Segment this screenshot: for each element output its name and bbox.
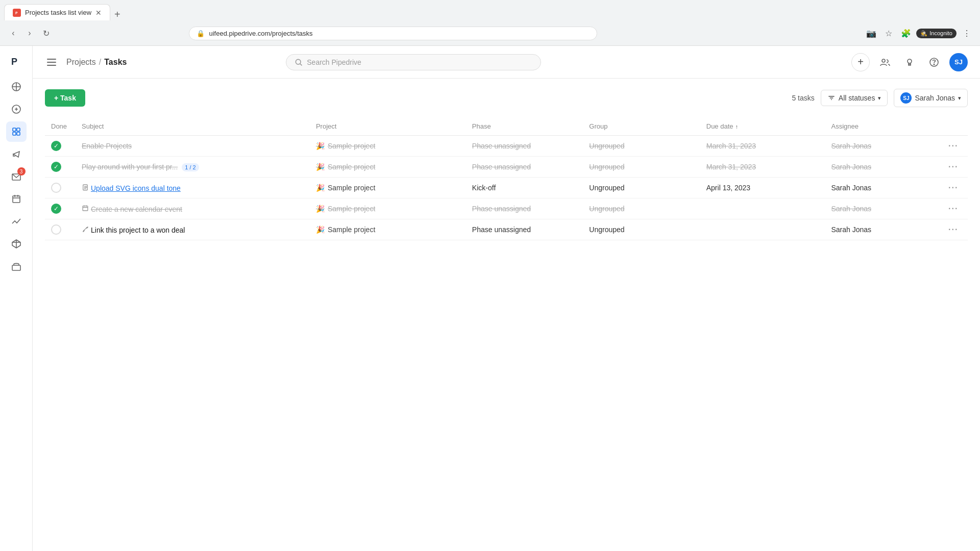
more-button-1[interactable]: ··· (948, 141, 958, 151)
sidebar-item-leads[interactable] (6, 77, 27, 97)
phase-text: Phase unassigned (472, 205, 531, 213)
sidebar: P 3 (0, 46, 33, 551)
th-group[interactable]: Group (583, 117, 700, 136)
done-checkbox-1[interactable]: ✓ (51, 141, 61, 151)
done-cell: ✓ (45, 157, 76, 178)
done-cell (45, 178, 76, 198)
help-icon[interactable] (925, 53, 943, 71)
project-name: Sample project (328, 205, 375, 213)
address-bar[interactable]: 🔒 (189, 27, 597, 40)
header-actions: + SJ (851, 53, 968, 71)
back-button[interactable]: ‹ (6, 26, 20, 40)
sidebar-item-projects[interactable] (6, 121, 27, 142)
done-checkbox-3[interactable] (51, 183, 61, 193)
done-checkbox-2[interactable]: ✓ (51, 162, 61, 172)
project-chip[interactable]: 🎉 Sample project (316, 184, 460, 192)
bookmark-icon[interactable]: ☆ (881, 26, 896, 40)
done-checkbox-4[interactable]: ✓ (51, 204, 61, 214)
svg-text:P: P (15, 11, 18, 15)
idea-icon[interactable] (900, 53, 919, 71)
extension-icon[interactable]: 🧩 (899, 26, 913, 40)
project-chip[interactable]: 🎉 Sample project (316, 205, 460, 213)
th-assignee[interactable]: Assignee (825, 117, 943, 136)
status-filter[interactable]: All statuses ▾ (821, 90, 888, 106)
project-cell: 🎉 Sample project (310, 198, 466, 219)
forward-button[interactable]: › (22, 26, 37, 40)
group-cell: Ungrouped (583, 136, 700, 157)
svg-text:P: P (11, 57, 17, 67)
project-emoji: 🎉 (316, 142, 325, 150)
more-button-2[interactable]: ··· (948, 162, 958, 171)
th-duedate[interactable]: Due date ↑ (700, 117, 825, 136)
incognito-label: Incognito (929, 30, 952, 36)
browser-actions: 📷 ☆ 🧩 🕵️ Incognito ⋮ (864, 26, 974, 40)
project-cell: 🎉 Sample project (310, 157, 466, 178)
menu-button[interactable] (45, 57, 58, 68)
screenshare-icon[interactable]: 📷 (864, 26, 878, 40)
breadcrumb-projects[interactable]: Projects (66, 58, 96, 67)
svg-rect-11 (17, 132, 20, 135)
subject-cell: Play around with your first pr...1 / 2 (76, 157, 310, 178)
assignee-filter[interactable]: SJ Sarah Jonas ▾ (894, 89, 968, 107)
more-button-5[interactable]: ··· (948, 225, 958, 234)
assignee-cell: Sarah Jonas (825, 178, 943, 198)
subject-cell: Link this project to a won deal (76, 219, 310, 240)
svg-rect-8 (13, 128, 16, 131)
svg-point-23 (908, 59, 912, 63)
project-chip[interactable]: 🎉 Sample project (316, 163, 460, 171)
task-area: + Task 5 tasks All statuses ▾ SJ Sarah J… (33, 79, 980, 551)
sidebar-item-calendar[interactable] (6, 189, 27, 209)
phase-cell: Kick-off (466, 178, 583, 198)
sidebar-item-products[interactable] (6, 234, 27, 254)
table-header: Done Subject Project Phase Group Due dat… (45, 117, 968, 136)
new-tab-button[interactable]: + (110, 9, 125, 20)
th-project[interactable]: Project (310, 117, 466, 136)
browser-tab-active[interactable]: P Projects tasks list view ✕ (4, 4, 110, 20)
more-cell: ··· (942, 219, 968, 240)
group-text: Ungrouped (589, 163, 624, 171)
duedate-cell: April 13, 2023 (700, 178, 825, 198)
project-chip[interactable]: 🎉 Sample project (316, 226, 460, 234)
tab-close-button[interactable]: ✕ (95, 9, 102, 17)
sidebar-item-mail[interactable]: 3 (6, 166, 27, 187)
incognito-badge: 🕵️ Incognito (916, 29, 957, 38)
subject-text-3[interactable]: Upload SVG icons dual tone (91, 184, 181, 192)
th-phase[interactable]: Phase (466, 117, 583, 136)
th-subject[interactable]: Subject (76, 117, 310, 136)
subtask-badge[interactable]: 1 / 2 (182, 163, 199, 171)
subject-text-4: Create a new calendar event (91, 205, 182, 213)
app-logo[interactable]: P (7, 52, 26, 70)
tab-title: Projects tasks list view (25, 9, 91, 16)
reload-button[interactable]: ↻ (39, 26, 53, 40)
project-chip[interactable]: 🎉 Sample project (316, 142, 460, 150)
contacts-icon[interactable] (876, 53, 894, 71)
duedate-text: April 13, 2023 (706, 184, 750, 192)
more-button-4[interactable]: ··· (948, 204, 958, 213)
project-cell: 🎉 Sample project (310, 136, 466, 157)
browser-menu-button[interactable]: ⋮ (960, 26, 974, 40)
add-button[interactable]: + (851, 53, 870, 71)
group-text: Ungrouped (589, 205, 624, 213)
more-button-3[interactable]: ··· (948, 183, 958, 192)
svg-line-38 (84, 228, 86, 230)
project-name: Sample project (328, 142, 375, 150)
project-name: Sample project (328, 184, 375, 192)
done-cell (45, 219, 76, 240)
group-text: Ungrouped (589, 226, 624, 234)
toolbar-right: 5 tasks All statuses ▾ SJ Sarah Jonas ▾ (792, 89, 968, 107)
filter-label: All statuses (839, 94, 875, 102)
assignee-cell: Sarah Jonas (825, 198, 943, 219)
header-search[interactable]: Search Pipedrive (286, 54, 541, 70)
sidebar-item-campaigns[interactable] (6, 144, 27, 164)
group-text: Ungrouped (589, 142, 624, 150)
sidebar-item-deals[interactable] (6, 99, 27, 119)
phase-text: Phase unassigned (472, 226, 531, 234)
done-checkbox-5[interactable] (51, 224, 61, 235)
add-task-button[interactable]: + Task (45, 89, 85, 107)
sidebar-item-marketplace[interactable] (6, 256, 27, 277)
task-table-body: ✓Enable Projects🎉 Sample projectPhase un… (45, 136, 968, 240)
sort-icon: ↑ (736, 123, 739, 130)
sidebar-item-reports[interactable] (6, 211, 27, 232)
user-avatar[interactable]: SJ (949, 53, 968, 71)
url-input[interactable] (209, 30, 590, 37)
